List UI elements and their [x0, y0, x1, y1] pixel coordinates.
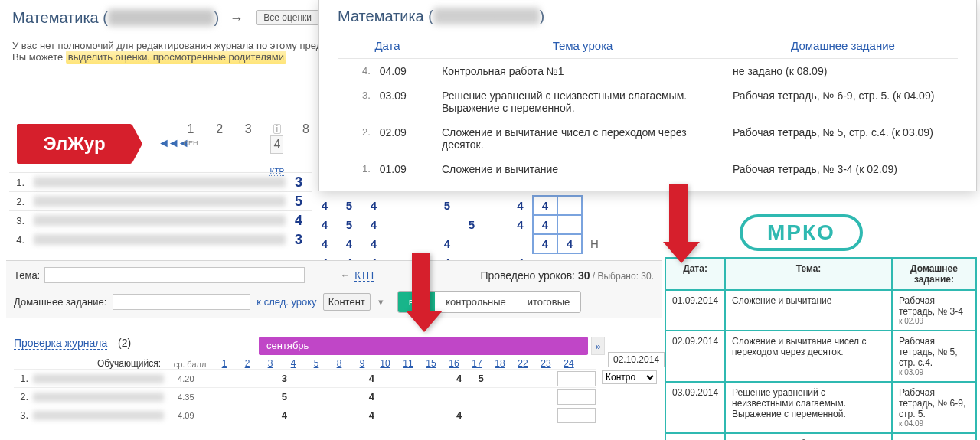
seg-final-button[interactable]: итоговые — [517, 292, 580, 312]
grade-cell[interactable]: 5 — [337, 215, 361, 234]
student-roster: 1.x3 2.x5 3.x4 4.x3 — [9, 172, 312, 249]
grade-cell[interactable] — [557, 196, 582, 215]
grade-cell[interactable]: 4 — [508, 196, 533, 215]
day-num-selected[interactable]: 4 — [270, 135, 283, 154]
row-idx: 3. — [9, 211, 28, 230]
chevron-down-icon[interactable]: ▾ — [378, 296, 384, 308]
day-link[interactable]: 23 — [541, 358, 550, 369]
col-date: Дата — [338, 33, 437, 59]
grade-cell[interactable]: 3 — [286, 173, 312, 191]
grade-cell[interactable] — [386, 196, 410, 215]
grade-cell[interactable]: 5 — [459, 215, 484, 234]
grade-cell[interactable]: 4 — [533, 234, 557, 253]
grade-cell[interactable] — [484, 196, 508, 215]
grade-cell[interactable]: 3 — [273, 373, 296, 384]
day-num[interactable]: 8 — [302, 122, 309, 135]
grade-cell[interactable] — [484, 215, 508, 234]
popup-subject: Математика — [338, 8, 424, 24]
grade-cell[interactable]: 4 — [312, 215, 337, 234]
grade-cell[interactable]: 4 — [435, 234, 459, 253]
grade-cell[interactable] — [386, 234, 410, 253]
grade-cell[interactable]: 4 — [448, 409, 470, 421]
grade-cell[interactable] — [435, 215, 459, 234]
grade-cell[interactable] — [386, 215, 410, 234]
grade-cell[interactable]: 4 — [361, 373, 383, 384]
homework-input[interactable] — [113, 294, 250, 310]
day-link[interactable]: 17 — [472, 358, 482, 369]
grade-cell[interactable]: Н — [582, 234, 606, 253]
grade-input[interactable] — [557, 408, 596, 423]
header-avg: ср. балл — [167, 360, 213, 369]
grade-cell[interactable]: 5 — [337, 196, 361, 215]
day-link[interactable]: 4 — [291, 358, 296, 369]
grade-cell[interactable]: 5 — [286, 192, 312, 210]
day-num[interactable]: 2 — [216, 122, 223, 135]
col-hw: Домашнее задание — [728, 33, 958, 59]
grade-cell[interactable]: 4 — [557, 234, 582, 253]
day-num[interactable]: 1 — [188, 122, 194, 135]
day-link[interactable]: 11 — [403, 358, 413, 369]
date-picker[interactable]: 02.10.2014 — [608, 352, 665, 367]
all-grades-button[interactable]: Все оценки — [256, 10, 318, 25]
ktp-link[interactable]: КТП — [354, 269, 374, 282]
day-link[interactable]: 22 — [518, 358, 528, 369]
grade-cell[interactable]: 5 — [435, 196, 459, 215]
grade-cell[interactable] — [557, 215, 582, 234]
grade-cell[interactable] — [459, 196, 484, 215]
month-next-button[interactable]: » — [591, 337, 605, 355]
grade-cell[interactable] — [484, 234, 508, 253]
day-link[interactable]: 9 — [360, 358, 365, 369]
topic-input[interactable] — [44, 267, 305, 283]
next-lesson-link[interactable]: к след. уроку — [256, 296, 316, 308]
message-highlight-link[interactable]: выделить оценки, просмотренные родителям… — [66, 51, 286, 64]
grade-input[interactable] — [557, 371, 596, 386]
grade-cell[interactable]: 4 — [508, 215, 533, 234]
grade-cell[interactable]: 5 — [273, 391, 296, 403]
day-link[interactable]: 24 — [564, 358, 573, 369]
grade-cell[interactable]: 4 — [312, 234, 337, 253]
grade-cell[interactable] — [508, 234, 533, 253]
grade-cell[interactable] — [410, 234, 435, 253]
grade-cell[interactable]: 4 — [286, 211, 312, 230]
journal-check-link[interactable]: Проверка журнала — [14, 337, 107, 350]
day-link[interactable]: 3 — [268, 358, 273, 369]
seg-tests-button[interactable]: контрольные — [435, 292, 516, 312]
day-link[interactable]: 18 — [495, 358, 505, 369]
grade-cell[interactable]: 3 — [286, 230, 312, 249]
lesson-table: Дата Тема урока Домашнее задание 4.04.09… — [338, 33, 958, 181]
grade-cell[interactable]: 4 — [361, 234, 386, 253]
grade-cell[interactable]: 4 — [533, 215, 557, 234]
grade-cell[interactable]: 4 — [361, 215, 386, 234]
day-link[interactable]: 8 — [337, 358, 342, 369]
grade-cell[interactable]: 4 — [361, 409, 383, 421]
grade-cell[interactable]: 4 — [361, 391, 383, 403]
month-bar[interactable]: сентябрь — [259, 337, 588, 355]
topic-label: Тема: — [14, 269, 40, 281]
mrko-row: 01.09.2014Сложение и вычитаниеРабочая те… — [665, 290, 976, 331]
student-name-blurred: x — [28, 196, 286, 207]
content-button[interactable]: Контент — [323, 293, 371, 311]
grade-input[interactable] — [557, 389, 596, 405]
grade-cell[interactable]: 4 — [361, 196, 386, 215]
grade-cell[interactable]: 4 — [337, 234, 361, 253]
student-name-blurred: x — [28, 215, 286, 226]
grade-cell[interactable]: 5 — [470, 373, 492, 384]
grade-cell[interactable] — [459, 234, 484, 253]
grade-cell[interactable] — [410, 215, 435, 234]
journal-check-count: (2) — [118, 337, 131, 349]
grade-cell[interactable]: 4 — [273, 409, 296, 421]
grade-cell[interactable]: 4 — [312, 196, 337, 215]
day-link[interactable]: 10 — [380, 358, 390, 369]
grade-cell[interactable]: 4 — [448, 373, 470, 384]
day-link[interactable]: 15 — [426, 358, 436, 369]
day-link[interactable]: 5 — [314, 358, 319, 369]
mrko-row: 03.09.2014Решение уравнений с неизвестны… — [665, 382, 976, 433]
grade-cell[interactable]: 4 — [533, 196, 557, 215]
work-type-select[interactable]: Контро — [602, 370, 657, 384]
day-link[interactable]: 1 — [222, 358, 227, 369]
day-link[interactable]: 2 — [245, 358, 250, 369]
info-icon[interactable]: i — [273, 124, 281, 134]
grade-cell[interactable] — [410, 196, 435, 215]
day-num[interactable]: 3 — [245, 122, 252, 135]
day-link[interactable]: 16 — [449, 358, 459, 369]
